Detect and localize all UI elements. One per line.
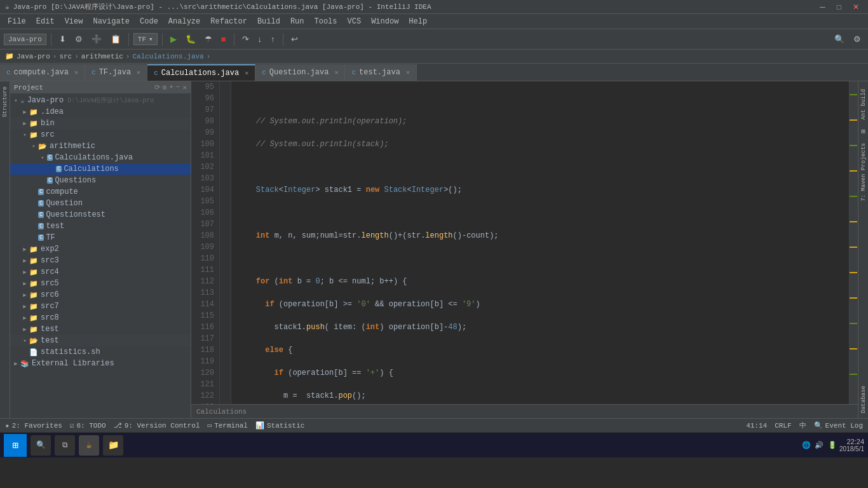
start-button[interactable]: ⊞	[4, 434, 27, 457]
gear-icon[interactable]: ⚙	[163, 83, 167, 92]
settings-btn[interactable]: ⚙	[850, 32, 864, 46]
coverage-button[interactable]: ☂	[201, 32, 215, 46]
tree-item-compute[interactable]: C compute	[10, 186, 191, 198]
tree-item-src3[interactable]: ▶ 📁 src3	[10, 255, 191, 266]
vcs-status[interactable]: ⎇ 9: Version Control	[114, 421, 200, 430]
explorer-taskbar-btn[interactable]: 📁	[103, 435, 123, 456]
run-button[interactable]: ▶	[167, 32, 180, 46]
search-event-icon: 🔍	[814, 421, 823, 430]
menu-help[interactable]: Help	[403, 16, 432, 27]
step-out-btn[interactable]: ↑	[268, 32, 278, 46]
menu-navigate[interactable]: Navigate	[88, 16, 135, 27]
step-over-btn[interactable]: ↷	[239, 32, 252, 46]
database-tab[interactable]: Database	[859, 381, 868, 418]
close-button[interactable]: ✕	[849, 3, 863, 11]
toolbar-update-btn[interactable]: ⬇	[56, 32, 69, 46]
maven-icon-btn[interactable]: m	[861, 125, 865, 138]
menu-view[interactable]: View	[60, 16, 88, 27]
tree-item-statistics[interactable]: 📄 statistics.sh	[10, 346, 191, 358]
menu-refactor[interactable]: Refactor	[205, 16, 252, 27]
tab-close-calculations[interactable]: ✕	[245, 69, 248, 77]
favorites-status[interactable]: ★ 2: Favorites	[5, 421, 62, 430]
menu-build[interactable]: Build	[252, 16, 285, 27]
crlf-status[interactable]: CRLF	[775, 422, 791, 430]
tree-item-questionstest[interactable]: C Questionstest	[10, 209, 191, 220]
menu-file[interactable]: File	[3, 16, 31, 27]
breadcrumb-file[interactable]: Calculations.java	[132, 53, 203, 60]
plus-icon[interactable]: +	[169, 83, 173, 92]
tree-item-src8[interactable]: ▶ 📁 src8	[10, 312, 191, 323]
terminal-status[interactable]: ▭ Terminal	[208, 421, 248, 430]
tree-item-test-class[interactable]: C test	[10, 220, 191, 232]
date-display: 2018/5/1	[839, 445, 864, 452]
menu-window[interactable]: Window	[366, 16, 403, 27]
tab-compute[interactable]: c compute.java ✕	[0, 64, 85, 81]
tree-item-src4[interactable]: ▶ 📁 src4	[10, 266, 191, 278]
tree-item-calculations[interactable]: C Calculations	[10, 163, 191, 175]
scroll-mark-4	[850, 170, 857, 172]
code-content[interactable]: // System.out.println(operation); // Sys…	[231, 81, 849, 404]
tree-item-arithmetic[interactable]: ▾ 📂 arithmetic	[10, 140, 191, 152]
tree-item-calculations-java[interactable]: ▾ C Calculations.java	[10, 152, 191, 163]
menu-code[interactable]: Code	[135, 16, 163, 27]
intellij-taskbar-btn[interactable]: ☕	[79, 435, 99, 456]
tab-test[interactable]: c test.java ✕	[345, 64, 416, 81]
app-icon: ☕	[5, 3, 10, 11]
revert-btn[interactable]: ↩	[288, 32, 301, 46]
minus-icon[interactable]: −	[176, 83, 180, 92]
breadcrumb-project[interactable]: Java-pro	[17, 53, 50, 60]
tab-close-compute[interactable]: ✕	[74, 69, 78, 76]
tab-question[interactable]: c Question.java ✕	[255, 64, 345, 81]
menu-run[interactable]: Run	[285, 16, 309, 27]
sync-icon[interactable]: ⟳	[154, 83, 160, 92]
maximize-button[interactable]: □	[833, 3, 845, 11]
tab-close-question[interactable]: ✕	[334, 69, 338, 76]
statistic-status[interactable]: 📊 Statistic	[255, 421, 304, 430]
maven-projects-tab[interactable]: 7: Maven Projects	[859, 138, 868, 207]
tree-item-java-pro[interactable]: ▾ ☕ Java-pro D:\JAVA程序设计\Java-pro	[10, 95, 191, 106]
tab-calculations[interactable]: c Calculations.java ✕	[147, 64, 255, 81]
tree-item-question[interactable]: C Question	[10, 198, 191, 209]
menu-tools[interactable]: Tools	[309, 16, 342, 27]
tree-item-bin[interactable]: ▶ 📁 bin	[10, 118, 191, 129]
search-taskbar-btn[interactable]: 🔍	[31, 435, 51, 456]
tree-item-test-folder[interactable]: ▶ 📁 test	[10, 323, 191, 335]
tree-item-questions[interactable]: C Questions	[10, 175, 191, 186]
tree-item-extlib[interactable]: ▶ 📚 External Libraries	[10, 358, 191, 369]
tf-dropdown[interactable]: TF ▾	[133, 33, 158, 45]
menu-vcs[interactable]: VCS	[342, 16, 367, 27]
breadcrumb-src[interactable]: src	[59, 53, 72, 60]
tree-item-src[interactable]: ▾ 📁 src	[10, 129, 191, 140]
stop-button[interactable]: ■	[218, 32, 229, 46]
tree-item-test-folder2[interactable]: ▾ 📂 test	[10, 335, 191, 346]
breadcrumb-arithmetic[interactable]: arithmetic	[81, 53, 123, 60]
input-method-status[interactable]: 中	[799, 421, 806, 430]
todo-status[interactable]: ☑ 6: TODO	[70, 421, 106, 430]
step-into-btn[interactable]: ↓	[255, 32, 266, 46]
tree-item-exp2[interactable]: ▶ 📁 exp2	[10, 243, 191, 255]
tree-item-src7[interactable]: ▶ 📁 src7	[10, 301, 191, 312]
project-dropdown[interactable]: Java-pro	[4, 34, 46, 45]
clock[interactable]: 22:24 2018/5/1	[839, 438, 864, 452]
hide-icon[interactable]: ✕	[182, 83, 187, 92]
taskview-btn[interactable]: ⧉	[55, 435, 75, 456]
ant-build-tab[interactable]: Ant build	[859, 84, 868, 125]
tree-item-idea[interactable]: ▶ 📁 .idea	[10, 106, 191, 118]
event-log-status[interactable]: 🔍 Event Log	[814, 421, 863, 430]
search-everywhere-btn[interactable]: 🔍	[831, 32, 848, 46]
toolbar-btn-4[interactable]: 📋	[107, 32, 124, 46]
tree-item-src5[interactable]: ▶ 📁 src5	[10, 278, 191, 289]
tab-close-test[interactable]: ✕	[406, 69, 410, 76]
tab-close-tf[interactable]: ✕	[137, 69, 140, 76]
structure-panel-tab[interactable]: Structure	[1, 81, 10, 123]
menu-analyze[interactable]: Analyze	[163, 16, 205, 27]
debug-button[interactable]: 🐛	[182, 32, 199, 46]
extlib-icon: 📚	[20, 360, 29, 368]
tree-item-src6[interactable]: ▶ 📁 src6	[10, 289, 191, 301]
toolbar-btn-3[interactable]: ➕	[88, 32, 105, 46]
toolbar-btn-2[interactable]: ⚙	[72, 32, 86, 46]
minimize-button[interactable]: ─	[816, 3, 829, 11]
tab-tf[interactable]: c TF.java ✕	[85, 64, 147, 81]
menu-edit[interactable]: Edit	[31, 16, 60, 27]
tree-item-tf[interactable]: C TF	[10, 232, 191, 243]
